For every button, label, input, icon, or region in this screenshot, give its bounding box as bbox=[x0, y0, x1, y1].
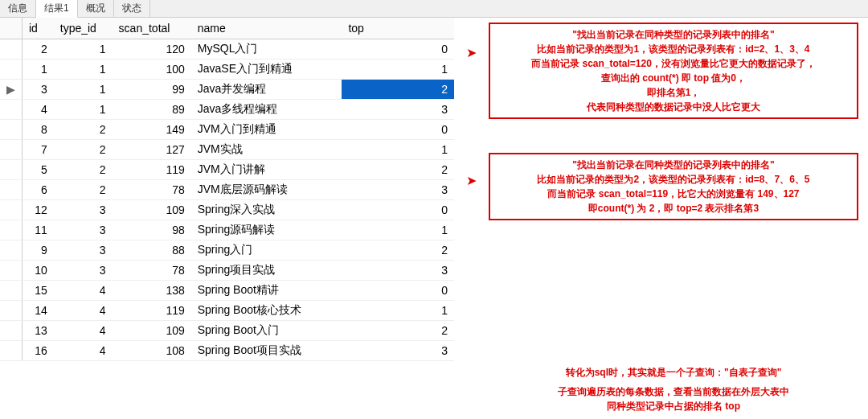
table-row[interactable]: ▶3199Java并发编程2 bbox=[0, 79, 454, 99]
cell-top[interactable]: 0 bbox=[342, 280, 454, 300]
table-row[interactable]: 11398Spring源码解读1 bbox=[0, 220, 454, 240]
table-row[interactable]: 164108Spring Boot项目实战3 bbox=[0, 340, 454, 360]
table-row[interactable]: 11100JavaSE入门到精通1 bbox=[0, 59, 454, 79]
cell-id[interactable]: 6 bbox=[23, 179, 54, 199]
cell-type_id[interactable]: 2 bbox=[54, 139, 113, 159]
cell-type_id[interactable]: 4 bbox=[54, 340, 113, 360]
cell-top[interactable]: 2 bbox=[342, 79, 454, 99]
cell-top[interactable]: 1 bbox=[342, 300, 454, 320]
cell-id[interactable]: 7 bbox=[23, 139, 54, 159]
cell-name[interactable]: JVM底层源码解读 bbox=[191, 179, 342, 199]
col-header-top[interactable]: top bbox=[342, 18, 454, 39]
cell-scan_total[interactable]: 109 bbox=[113, 199, 191, 220]
cell-top[interactable]: 2 bbox=[342, 240, 454, 260]
table-row[interactable]: 21120MySQL入门0 bbox=[0, 39, 454, 59]
cell-scan_total[interactable]: 120 bbox=[113, 39, 191, 59]
cell-id[interactable]: 8 bbox=[23, 119, 54, 139]
cell-top[interactable]: 0 bbox=[342, 39, 454, 59]
cell-id[interactable]: 9 bbox=[23, 240, 54, 260]
cell-scan_total[interactable]: 88 bbox=[113, 240, 191, 260]
cell-type_id[interactable]: 1 bbox=[54, 39, 113, 59]
cell-scan_total[interactable]: 100 bbox=[113, 59, 191, 79]
cell-type_id[interactable]: 1 bbox=[54, 79, 113, 99]
cell-type_id[interactable]: 2 bbox=[54, 159, 113, 179]
cell-name[interactable]: Spring Boot项目实战 bbox=[191, 340, 342, 360]
table-row[interactable]: 6278JVM底层源码解读3 bbox=[0, 179, 454, 199]
cell-scan_total[interactable]: 108 bbox=[113, 340, 191, 360]
cell-top[interactable]: 2 bbox=[342, 320, 454, 340]
table-row[interactable]: 9388Spring入门2 bbox=[0, 240, 454, 260]
cell-top[interactable]: 3 bbox=[342, 99, 454, 119]
cell-name[interactable]: JavaSE入门到精通 bbox=[191, 59, 342, 79]
tab-info[interactable]: 信息 bbox=[0, 0, 36, 17]
cell-scan_total[interactable]: 119 bbox=[113, 159, 191, 179]
cell-name[interactable]: Java多线程编程 bbox=[191, 99, 342, 119]
cell-type_id[interactable]: 2 bbox=[54, 179, 113, 199]
cell-id[interactable]: 2 bbox=[23, 39, 54, 59]
col-header-type[interactable]: type_id bbox=[54, 18, 113, 39]
cell-scan_total[interactable]: 127 bbox=[113, 139, 191, 159]
cell-scan_total[interactable]: 149 bbox=[113, 119, 191, 139]
cell-id[interactable]: 3 bbox=[23, 79, 54, 99]
cell-top[interactable]: 0 bbox=[342, 199, 454, 220]
col-header-scan[interactable]: scan_total bbox=[113, 18, 191, 39]
table-row[interactable]: 52119JVM入门讲解2 bbox=[0, 159, 454, 179]
cell-scan_total[interactable]: 99 bbox=[113, 79, 191, 99]
table-row[interactable]: 4189Java多线程编程3 bbox=[0, 99, 454, 119]
cell-name[interactable]: Spring Boot核心技术 bbox=[191, 300, 342, 320]
result-grid[interactable]: id type_id scan_total name top 21120MySQ… bbox=[0, 18, 454, 361]
cell-scan_total[interactable]: 119 bbox=[113, 300, 191, 320]
table-row[interactable]: 154138Spring Boot精讲0 bbox=[0, 280, 454, 300]
tab-status[interactable]: 状态 bbox=[114, 0, 150, 17]
table-row[interactable]: 82149JVM入门到精通0 bbox=[0, 119, 454, 139]
cell-name[interactable]: Spring项目实战 bbox=[191, 260, 342, 280]
cell-type_id[interactable]: 4 bbox=[54, 320, 113, 340]
table-row[interactable]: 123109Spring深入实战0 bbox=[0, 199, 454, 220]
cell-type_id[interactable]: 2 bbox=[54, 119, 113, 139]
cell-type_id[interactable]: 3 bbox=[54, 260, 113, 280]
cell-id[interactable]: 11 bbox=[23, 220, 54, 240]
cell-top[interactable]: 1 bbox=[342, 139, 454, 159]
cell-scan_total[interactable]: 78 bbox=[113, 179, 191, 199]
table-row[interactable]: 72127JVM实战1 bbox=[0, 139, 454, 159]
cell-top[interactable]: 3 bbox=[342, 340, 454, 360]
cell-id[interactable]: 10 bbox=[23, 260, 54, 280]
cell-scan_total[interactable]: 109 bbox=[113, 320, 191, 340]
cell-name[interactable]: JVM实战 bbox=[191, 139, 342, 159]
col-header-id[interactable]: id bbox=[23, 18, 54, 39]
col-header-name[interactable]: name bbox=[191, 18, 342, 39]
cell-name[interactable]: Spring Boot精讲 bbox=[191, 280, 342, 300]
cell-scan_total[interactable]: 98 bbox=[113, 220, 191, 240]
cell-scan_total[interactable]: 89 bbox=[113, 99, 191, 119]
cell-scan_total[interactable]: 78 bbox=[113, 260, 191, 280]
cell-id[interactable]: 12 bbox=[23, 199, 54, 220]
table-row[interactable]: 10378Spring项目实战3 bbox=[0, 260, 454, 280]
cell-id[interactable]: 14 bbox=[23, 300, 54, 320]
table-row[interactable]: 134109Spring Boot入门2 bbox=[0, 320, 454, 340]
cell-type_id[interactable]: 4 bbox=[54, 300, 113, 320]
cell-top[interactable]: 2 bbox=[342, 159, 454, 179]
cell-top[interactable]: 1 bbox=[342, 59, 454, 79]
cell-name[interactable]: Java并发编程 bbox=[191, 79, 342, 99]
tab-profile[interactable]: 概况 bbox=[78, 0, 114, 17]
cell-top[interactable]: 3 bbox=[342, 179, 454, 199]
cell-type_id[interactable]: 3 bbox=[54, 199, 113, 220]
cell-top[interactable]: 0 bbox=[342, 119, 454, 139]
cell-id[interactable]: 1 bbox=[23, 59, 54, 79]
cell-id[interactable]: 13 bbox=[23, 320, 54, 340]
cell-name[interactable]: Spring Boot入门 bbox=[191, 320, 342, 340]
table-row[interactable]: 144119Spring Boot核心技术1 bbox=[0, 300, 454, 320]
cell-top[interactable]: 3 bbox=[342, 260, 454, 280]
cell-type_id[interactable]: 4 bbox=[54, 280, 113, 300]
cell-type_id[interactable]: 1 bbox=[54, 99, 113, 119]
cell-name[interactable]: Spring源码解读 bbox=[191, 220, 342, 240]
cell-top[interactable]: 1 bbox=[342, 220, 454, 240]
tab-result1[interactable]: 结果1 bbox=[36, 0, 78, 18]
cell-name[interactable]: Spring深入实战 bbox=[191, 199, 342, 220]
cell-name[interactable]: MySQL入门 bbox=[191, 39, 342, 59]
cell-name[interactable]: JVM入门到精通 bbox=[191, 119, 342, 139]
cell-id[interactable]: 15 bbox=[23, 280, 54, 300]
cell-id[interactable]: 5 bbox=[23, 159, 54, 179]
cell-type_id[interactable]: 3 bbox=[54, 240, 113, 260]
cell-scan_total[interactable]: 138 bbox=[113, 280, 191, 300]
